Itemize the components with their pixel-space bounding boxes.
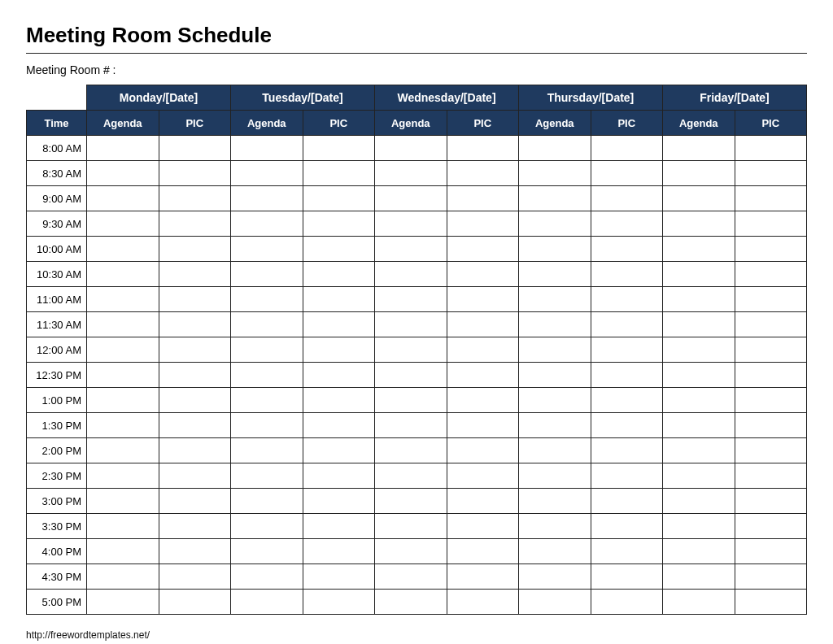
time-cell: 12:00 AM bbox=[27, 337, 87, 363]
schedule-cell bbox=[735, 438, 807, 463]
schedule-cell bbox=[159, 262, 231, 287]
table-row: 3:00 PM bbox=[27, 489, 807, 514]
table-row: 11:00 AM bbox=[27, 287, 807, 312]
schedule-cell bbox=[447, 237, 519, 262]
schedule-cell bbox=[375, 413, 447, 438]
day-header-thursday: Thursday/[Date] bbox=[519, 85, 663, 111]
schedule-cell bbox=[663, 262, 735, 287]
schedule-cell bbox=[87, 489, 159, 514]
schedule-cell bbox=[519, 287, 591, 312]
time-cell: 8:30 AM bbox=[27, 161, 87, 186]
schedule-cell bbox=[519, 211, 591, 237]
schedule-cell bbox=[303, 161, 375, 186]
schedule-cell bbox=[663, 136, 735, 161]
schedule-cell bbox=[519, 514, 591, 539]
schedule-cell bbox=[591, 161, 663, 186]
schedule-cell bbox=[231, 489, 303, 514]
schedule-cell bbox=[159, 590, 231, 615]
schedule-cell bbox=[231, 337, 303, 363]
schedule-cell bbox=[591, 262, 663, 287]
schedule-cell bbox=[663, 489, 735, 514]
schedule-cell bbox=[159, 539, 231, 564]
schedule-cell bbox=[303, 438, 375, 463]
table-row: 2:00 PM bbox=[27, 438, 807, 463]
schedule-cell bbox=[231, 211, 303, 237]
col-header-agenda: Agenda bbox=[519, 111, 591, 136]
time-cell: 3:00 PM bbox=[27, 489, 87, 514]
schedule-cell bbox=[303, 363, 375, 388]
schedule-cell bbox=[663, 363, 735, 388]
col-header-agenda: Agenda bbox=[663, 111, 735, 136]
schedule-cell bbox=[159, 287, 231, 312]
schedule-cell bbox=[87, 136, 159, 161]
schedule-cell bbox=[519, 413, 591, 438]
schedule-cell bbox=[663, 590, 735, 615]
schedule-cell bbox=[159, 161, 231, 186]
schedule-cell bbox=[735, 186, 807, 211]
table-row: 11:30 AM bbox=[27, 312, 807, 337]
schedule-cell bbox=[735, 564, 807, 590]
schedule-cell bbox=[87, 413, 159, 438]
schedule-cell bbox=[591, 564, 663, 590]
schedule-cell bbox=[447, 363, 519, 388]
schedule-cell bbox=[735, 337, 807, 363]
schedule-cell bbox=[663, 413, 735, 438]
header-blank bbox=[27, 85, 87, 111]
schedule-cell bbox=[663, 564, 735, 590]
schedule-cell bbox=[735, 161, 807, 186]
schedule-cell bbox=[447, 136, 519, 161]
time-cell: 10:30 AM bbox=[27, 262, 87, 287]
time-cell: 10:00 AM bbox=[27, 237, 87, 262]
schedule-cell bbox=[663, 312, 735, 337]
schedule-cell bbox=[519, 539, 591, 564]
col-header-pic: PIC bbox=[447, 111, 519, 136]
table-row: 8:30 AM bbox=[27, 161, 807, 186]
schedule-cell bbox=[375, 262, 447, 287]
schedule-cell bbox=[375, 186, 447, 211]
schedule-cell bbox=[663, 337, 735, 363]
schedule-cell bbox=[447, 489, 519, 514]
schedule-cell bbox=[591, 463, 663, 489]
schedule-cell bbox=[375, 211, 447, 237]
schedule-cell bbox=[159, 413, 231, 438]
col-header-agenda: Agenda bbox=[231, 111, 303, 136]
schedule-cell bbox=[591, 211, 663, 237]
schedule-cell bbox=[87, 363, 159, 388]
schedule-cell bbox=[735, 287, 807, 312]
col-header-agenda: Agenda bbox=[87, 111, 159, 136]
schedule-cell bbox=[87, 211, 159, 237]
time-cell: 1:00 PM bbox=[27, 388, 87, 413]
schedule-cell bbox=[231, 237, 303, 262]
schedule-cell bbox=[231, 463, 303, 489]
schedule-cell bbox=[591, 287, 663, 312]
schedule-cell bbox=[447, 463, 519, 489]
schedule-cell bbox=[87, 388, 159, 413]
schedule-cell bbox=[159, 463, 231, 489]
schedule-cell bbox=[447, 186, 519, 211]
schedule-cell bbox=[735, 539, 807, 564]
schedule-cell bbox=[231, 590, 303, 615]
table-row: 4:00 PM bbox=[27, 539, 807, 564]
col-header-pic: PIC bbox=[591, 111, 663, 136]
schedule-cell bbox=[519, 237, 591, 262]
schedule-cell bbox=[87, 463, 159, 489]
schedule-cell bbox=[591, 312, 663, 337]
time-cell: 9:00 AM bbox=[27, 186, 87, 211]
schedule-cell bbox=[303, 514, 375, 539]
schedule-cell bbox=[159, 337, 231, 363]
schedule-cell bbox=[735, 136, 807, 161]
schedule-cell bbox=[663, 186, 735, 211]
schedule-cell bbox=[375, 337, 447, 363]
schedule-cell bbox=[591, 590, 663, 615]
time-cell: 9:30 AM bbox=[27, 211, 87, 237]
schedule-cell bbox=[159, 186, 231, 211]
schedule-body: 8:00 AM8:30 AM9:00 AM9:30 AM10:00 AM10:3… bbox=[27, 136, 807, 615]
schedule-cell bbox=[303, 287, 375, 312]
schedule-cell bbox=[87, 337, 159, 363]
time-cell: 1:30 PM bbox=[27, 413, 87, 438]
schedule-cell bbox=[303, 489, 375, 514]
schedule-cell bbox=[735, 211, 807, 237]
schedule-cell bbox=[375, 136, 447, 161]
schedule-cell bbox=[447, 539, 519, 564]
schedule-cell bbox=[447, 161, 519, 186]
